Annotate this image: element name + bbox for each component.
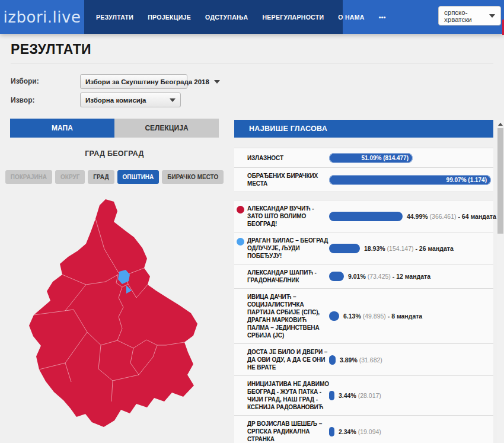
result-bar-area: 2.34% (19.094): [329, 427, 490, 436]
result-votes: (154.147): [385, 245, 414, 252]
nav-item[interactable]: ОДСТУПАЊА: [198, 14, 255, 21]
result-mandates: - 64 мандата: [457, 213, 496, 220]
result-row[interactable]: ДР ВОЈИСЛАВ ШЕШЕЉ – СРПСКА РАДИКАЛНА СТР…: [234, 415, 493, 443]
result-bar: 99.07% (1.174): [329, 175, 491, 185]
result-bar-area: 9.01% (73.425) - 12 мандата: [329, 272, 490, 281]
level-button[interactable]: ГРАД: [88, 170, 114, 184]
result-row[interactable]: АЛЕКСАНДАР ШАПИЋ - ГРАДОНАЧЕЛНИК 9.01% (…: [234, 264, 493, 289]
result-votes: (28.017): [356, 392, 381, 399]
result-value-text: 9.01% (73.425) - 12 мандата: [348, 273, 430, 280]
result-row[interactable]: АЛЕКСАНДАР ВУЧИЋ - ЗАТО ШТО ВОЛИМО БЕОГР…: [234, 200, 493, 232]
level-buttons: ПОКРАЈИНА ОКРУГ ГРАД ОПШТИНА БИРАЧКО МЕС…: [10, 170, 219, 184]
result-votes: (49.895): [361, 313, 386, 320]
elections-select[interactable]: Избори за Скупштину Београда 2018: [80, 74, 187, 89]
result-value-text: 18.93% (154.147) - 26 мандата: [364, 245, 454, 252]
result-percent: 9.01%: [348, 273, 366, 280]
result-percent: 44.99%: [407, 213, 428, 220]
level-button[interactable]: ОПШТИНА: [117, 170, 160, 184]
tab-selection[interactable]: СЕЛЕКЦИЈА: [114, 119, 219, 138]
result-votes: (19.094): [356, 428, 381, 435]
result-row[interactable]: ДРАГАН ЂИЛАС – БЕОГРАД ОДЛУЧУЈЕ, ЉУДИ ПО…: [234, 232, 493, 264]
result-bar: [329, 272, 344, 281]
result-percent: 3.89%: [340, 356, 358, 364]
nav-item[interactable]: НЕРЕГУЛАРНОСТИ: [255, 14, 331, 21]
result-name: ДРАГАН ЂИЛАС – БЕОГРАД ОДЛУЧУЈЕ, ЉУДИ ПО…: [247, 237, 329, 260]
elections-select-value: Избори за Скупштину Београда 2018: [85, 78, 209, 85]
scrollbar-up-arrow-icon[interactable]: [497, 120, 504, 128]
language-selector[interactable]: српско-хрватски: [438, 6, 501, 26]
result-percent: 2.34%: [339, 428, 356, 435]
result-bar-area: 3.44% (28.017): [329, 391, 490, 400]
level-button[interactable]: БИРАЧКО МЕСТО: [162, 170, 224, 184]
result-name: АЛЕКСАНДАР ШАПИЋ - ГРАДОНАЧЕЛНИК: [247, 269, 329, 284]
title-divider: [11, 63, 493, 63]
result-name: ИВИЦА ДАЧИЋ – СОЦИЈАЛИСТИЧКА ПАРТИЈА СРБ…: [247, 293, 329, 339]
result-name: ОБРАЂЕНИХ БИРАЧКИХ МЕСТА: [247, 172, 329, 187]
result-votes: (366.461): [428, 213, 457, 220]
result-bar-area: 6.13% (49.895) - 8 мандата: [329, 311, 490, 321]
chevron-down-icon: [489, 14, 495, 18]
elections-filter-label: Избори:: [11, 77, 39, 85]
scrollbar-thumb[interactable]: [497, 128, 503, 234]
results-panel-header: НАЈВИШЕ ГЛАСОВА: [234, 120, 493, 138]
results-list: ИЗЛАЗНОСТ 51.09% (814.477) ОБРАЂЕНИХ БИР…: [234, 148, 493, 443]
result-mandates: - 8 мандата: [386, 313, 422, 320]
level-button: ПОКРАЈИНА: [5, 170, 52, 184]
nav-item[interactable]: РЕЗУЛТАТИ: [89, 14, 141, 21]
result-bar: [329, 212, 403, 221]
language-value: српско-хрватски: [444, 9, 489, 23]
tab-map[interactable]: МАПА: [10, 119, 114, 138]
result-value-text: 3.44% (28.017): [339, 392, 381, 399]
level-button: ОКРУГ: [55, 170, 85, 184]
region-title: ГРАД БЕОГРАД: [10, 149, 219, 158]
result-value-text: 2.34% (19.094): [339, 428, 381, 435]
main-nav: РЕЗУЛТАТИ ПРОЈЕКЦИЈЕ ОДСТУПАЊА НЕРЕГУЛАР…: [84, 0, 343, 34]
result-row[interactable]: ИЗЛАЗНОСТ 51.09% (814.477): [234, 148, 493, 168]
result-percent: 6.13%: [343, 313, 361, 320]
result-bar: [329, 427, 334, 436]
source-select[interactable]: Изборна комисија: [80, 93, 181, 107]
belgrade-outline[interactable]: [29, 199, 197, 427]
result-name: ИНИЦИЈАТИВА НЕ ДАВИМО БЕОГРАД - ЖУТА ПАТ…: [247, 380, 329, 411]
page-title: РЕЗУЛТАТИ: [11, 42, 91, 58]
map-tabs: МАПА СЕЛЕКЦИЈА: [10, 119, 219, 138]
result-bar-inside-label: 99.07% (1.174): [446, 175, 491, 185]
results-panel: НАЈВИШЕ ГЛАСОВА ИЗЛАЗНОСТ 51.09% (814.47…: [234, 120, 504, 443]
result-name: ДР ВОЈИСЛАВ ШЕШЕЉ – СРПСКА РАДИКАЛНА СТР…: [247, 420, 329, 443]
nav-item[interactable]: ПРОЈЕКЦИЈЕ: [141, 14, 198, 21]
result-percent: 18.93%: [364, 245, 385, 252]
result-bar: [329, 311, 339, 321]
nav-item[interactable]: О НАМА: [331, 14, 371, 21]
chevron-down-icon: [170, 98, 176, 102]
map-container: [12, 197, 219, 436]
result-bar-area: 18.93% (154.147) - 26 мандата: [329, 244, 490, 253]
result-mandates: - 26 мандата: [414, 245, 454, 252]
result-bar: [329, 244, 360, 253]
scrollbar[interactable]: [497, 120, 504, 443]
result-bar-area: 3.89% (31.682): [329, 355, 490, 365]
result-row[interactable]: ОБРАЂЕНИХ БИРАЧКИХ МЕСТА 99.07% (1.174): [234, 167, 493, 192]
result-bar: [329, 391, 334, 400]
result-mandates: - 12 мандата: [391, 273, 430, 280]
result-bar-area: 99.07% (1.174): [329, 175, 491, 185]
source-filter-label: Извор:: [11, 96, 34, 104]
logo-box[interactable]: izbori.live: [0, 0, 84, 34]
result-value-text: 44.99% (366.461) - 64 мандата: [407, 213, 496, 220]
result-percent: 3.44%: [339, 392, 356, 399]
result-bar: 51.09% (814.477): [329, 153, 413, 163]
result-row[interactable]: ИВИЦА ДАЧИЋ – СОЦИЈАЛИСТИЧКА ПАРТИЈА СРБ…: [234, 288, 493, 344]
party-color-dot: [237, 206, 244, 213]
result-row[interactable]: ИНИЦИЈАТИВА НЕ ДАВИМО БЕОГРАД - ЖУТА ПАТ…: [234, 375, 493, 416]
results-panel-title: НАЈВИШЕ ГЛАСОВА: [234, 125, 327, 133]
top-header: izbori.live РЕЗУЛТАТИ ПРОЈЕКЦИЈЕ ОДСТУПА…: [0, 0, 504, 34]
result-name: ДОСТА ЈЕ БИЛО И ДВЕРИ – ДА ОВИ ОДУ, А ДА…: [247, 348, 329, 371]
chevron-down-icon: [214, 80, 220, 84]
site-logo: izbori.live: [4, 8, 81, 26]
belgrade-map[interactable]: [12, 197, 208, 434]
result-votes: (31.682): [358, 356, 382, 364]
result-bar-area: 44.99% (366.461) - 64 мандата: [329, 212, 496, 221]
party-color-dot: [237, 238, 244, 246]
result-row[interactable]: ДОСТА ЈЕ БИЛО И ДВЕРИ – ДА ОВИ ОДУ, А ДА…: [234, 343, 493, 376]
nav-item[interactable]: •••: [372, 14, 393, 21]
result-votes: (73.425): [366, 273, 391, 280]
